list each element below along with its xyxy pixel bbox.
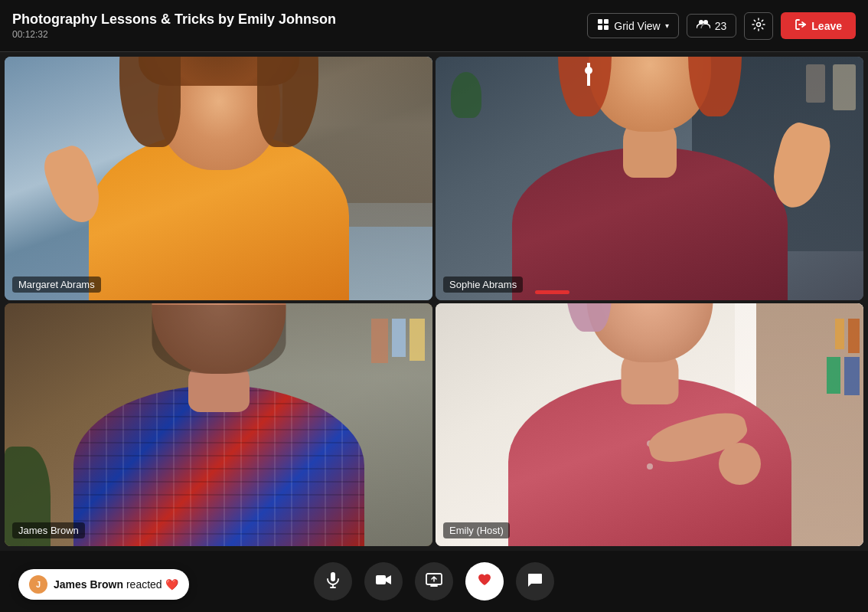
video-cell-emily: Emily (Host) — [436, 303, 863, 547]
settings-button[interactable] — [744, 12, 773, 40]
mic-icon — [325, 571, 341, 592]
svg-rect-3 — [604, 25, 609, 30]
video-icon — [375, 574, 392, 590]
screen-share-button[interactable] — [415, 562, 453, 601]
leave-button[interactable]: Leave — [781, 12, 856, 39]
svg-rect-7 — [331, 572, 335, 581]
video-cell-sophie: Sophie Abrams — [436, 57, 863, 300]
gear-icon — [752, 18, 765, 34]
leave-label: Leave — [811, 20, 842, 32]
chat-icon — [527, 572, 543, 591]
grid-view-label: Grid View — [614, 20, 660, 32]
svg-rect-2 — [598, 25, 602, 30]
mic-button[interactable] — [314, 562, 352, 601]
participants-count: 23 — [715, 20, 727, 32]
participant-name-sophie: Sophie Abrams — [443, 277, 523, 293]
participants-button[interactable]: 23 — [687, 14, 737, 38]
header-right: Grid View ▾ 23 — [587, 12, 856, 40]
video-grid: Margaret Abrams — [0, 52, 868, 551]
meeting-title: Photography Lessons & Tricks by Emily Jo… — [12, 11, 336, 28]
video-button[interactable] — [364, 562, 403, 601]
participant-name-margaret: Margaret Abrams — [12, 277, 101, 293]
grid-icon — [597, 18, 609, 33]
react-button[interactable] — [465, 562, 504, 601]
heart-icon — [477, 573, 492, 591]
header-left: Photography Lessons & Tricks by Emily Jo… — [12, 11, 336, 40]
chevron-down-icon: ▾ — [665, 21, 669, 30]
bottom-bar: J James Brown reacted ❤️ — [0, 551, 868, 612]
svg-rect-0 — [598, 19, 602, 24]
chat-button[interactable] — [516, 562, 554, 601]
svg-point-6 — [757, 22, 761, 26]
svg-rect-10 — [376, 575, 386, 584]
participant-name-emily: Emily (Host) — [443, 522, 510, 538]
screen-icon — [426, 573, 442, 591]
reaction-avatar: J — [29, 575, 47, 594]
grid-view-button[interactable]: Grid View ▾ — [587, 13, 678, 38]
video-cell-margaret: Margaret Abrams — [5, 57, 432, 300]
reaction-notification: J James Brown reacted ❤️ — [18, 569, 189, 600]
meeting-timer: 00:12:32 — [12, 29, 336, 40]
reaction-text: James Brown reacted ❤️ — [54, 578, 178, 591]
participants-icon — [697, 19, 710, 32]
mute-indicator-sophie — [535, 290, 569, 294]
leave-icon — [795, 18, 807, 33]
reaction-name: James Brown — [54, 578, 123, 591]
participant-name-james: James Brown — [12, 522, 85, 538]
video-cell-james: James Brown — [5, 303, 432, 547]
header: Photography Lessons & Tricks by Emily Jo… — [0, 0, 868, 52]
svg-rect-1 — [604, 19, 609, 24]
